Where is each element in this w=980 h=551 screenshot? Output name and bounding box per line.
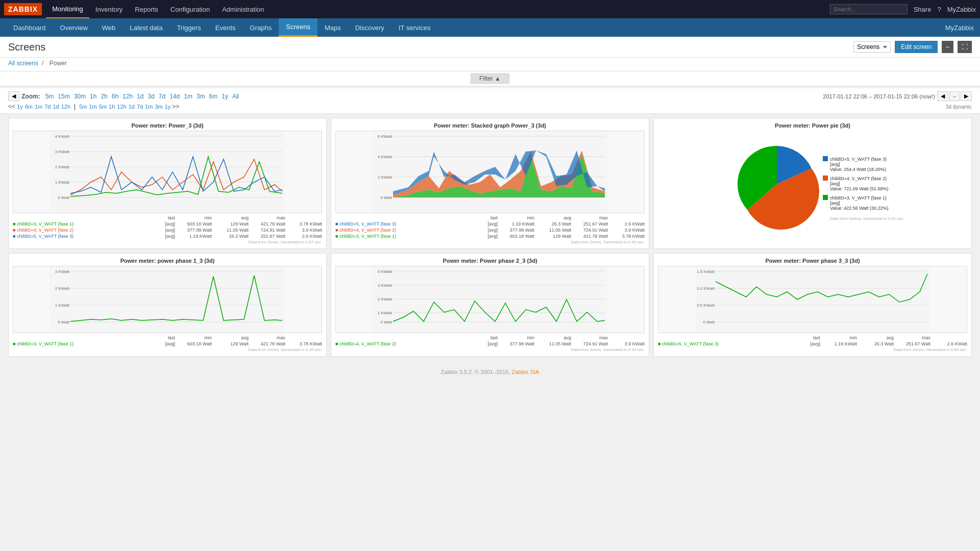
sub-navbar: Dashboard Overview Web Latest data Trigg… [0,18,980,37]
breadcrumb: All screens / Power [0,58,980,71]
svg-rect-36 [50,266,285,333]
chart-power3-svg: 4 KWatt 3 KWatt 2 KWatt 1 KWatt 0 Watt [13,131,322,213]
fullscreen-button[interactable]: ⛶ [958,41,972,53]
svg-text:1 KWatt: 1 KWatt [378,311,393,315]
sub-nav-discovery[interactable]: Discovery [348,18,391,37]
chart-stacked: Power meter: Stacked graph Power_3 (3d) … [331,118,649,249]
page-title: Screens [8,41,45,53]
time-nav-label: << [8,103,15,110]
time-1d-fwd[interactable]: 1d [129,104,135,110]
time-12h-fwd[interactable]: 12h [117,104,126,110]
logo[interactable]: ZABBIX [4,3,42,15]
svg-text:2 KWatt: 2 KWatt [55,165,70,169]
screens-dropdown[interactable]: Screens [853,41,891,53]
breadcrumb-separator: / [42,60,45,67]
zoom-3d[interactable]: 3d [148,93,154,100]
sub-nav-myzabbix[interactable]: MyZabbix [945,24,974,32]
sub-nav-screens[interactable]: Screens [279,18,317,37]
breadcrumb-current: Power [50,60,67,67]
zoom-6m[interactable]: 6m [209,93,218,100]
zoom-controls: ◀ Zoom: 5m 15m 30m 1h 2h 6h 12h 1d 3d 7d… [0,88,980,114]
svg-text:[avg]: [avg] [830,162,840,167]
zoom-15m[interactable]: 15m [58,93,69,100]
sub-nav-overview[interactable]: Overview [53,18,95,37]
time-12h-back[interactable]: 12h [61,104,70,110]
time-7d-back[interactable]: 7d [44,104,51,110]
time-6m[interactable]: 6m [25,104,33,110]
nav-inventory[interactable]: Inventory [89,0,129,18]
svg-text:1.0 KWatt: 1.0 KWatt [697,286,715,291]
time-1m-fwd3[interactable]: 1m [145,104,153,110]
period-label: 3d dynamic [946,104,972,110]
zoom-1y[interactable]: 1y [222,93,228,100]
time-3m-fwd[interactable]: 3m [155,104,162,110]
nav-reports[interactable]: Reports [129,0,164,18]
time-5m-fwd2[interactable]: 5m [99,104,107,110]
nav-monitoring[interactable]: Monitoring [46,0,89,18]
nav-help[interactable]: ? [937,6,941,13]
nav-administration[interactable]: Administration [216,0,270,18]
zoom-6h[interactable]: 6h [112,93,118,100]
zoom-5m[interactable]: 5m [45,93,54,100]
breadcrumb-all-screens[interactable]: All screens [8,60,38,67]
chart-power3-area[interactable]: 4 KWatt 3 KWatt 2 KWatt 1 KWatt 0 Watt [13,131,322,213]
chart-pie-title: Power meter: Power pie (3d) [658,122,967,129]
time-1d-back[interactable]: 1d [53,104,59,110]
time-7d-fwd[interactable]: 7d [137,104,143,110]
sub-nav-latest-data[interactable]: Latest data [122,18,169,37]
zoom-7d[interactable]: 7d [159,93,165,100]
sub-nav-maps[interactable]: Maps [317,18,348,37]
svg-text:3 KWatt: 3 KWatt [55,269,70,274]
svg-text:0 Watt: 0 Watt [380,195,393,200]
date-range: 2017-01-12 22:06 – 2017-01-15 22:06 (now… [823,93,935,99]
zoom-30m[interactable]: 30m [74,93,86,100]
time-1m-fwd[interactable]: 1m [89,104,96,110]
time-1m-back[interactable]: 1m [35,104,42,110]
edit-screen-button[interactable]: Edit screen [895,41,938,53]
time-1y-fwd[interactable]: 1y [165,104,171,110]
svg-text:1 KWatt: 1 KWatt [55,303,70,308]
chart-phase3-svg: 1.5 KWatt 1.0 KWatt 0.5 KWatt 0 Watt [658,266,967,333]
footer-link[interactable]: Zabbix SIA [512,369,540,375]
time-5m-fwd[interactable]: 5m [79,104,87,110]
zoom-all[interactable]: All [232,93,239,100]
minus-button[interactable]: – [942,41,953,53]
search-input[interactable] [830,4,908,14]
zoom-3m[interactable]: 3m [197,93,205,100]
svg-text:4 KWatt: 4 KWatt [378,269,393,274]
nav-dots-button[interactable]: ·· [949,91,960,101]
nav-next-button[interactable]: ▶ [961,91,972,101]
zoom-12h[interactable]: 12h [122,93,133,100]
sub-nav-graphs[interactable]: Graphs [243,18,279,37]
zoom-2h[interactable]: 2h [101,93,107,100]
zoom-1d[interactable]: 1d [137,93,143,100]
zoom-1h[interactable]: 1h [90,93,96,100]
nav-prev-button[interactable]: ◀ [937,91,948,101]
filter-bar: Filter ▲ [0,71,980,86]
sub-nav-events[interactable]: Events [208,18,243,37]
nav-share[interactable]: Share [914,6,932,13]
chart-stacked-area[interactable]: 6 KWatt 4 KWatt 2 KWatt 0 Watt [335,131,645,213]
chart-phase1-area[interactable]: 3 KWatt 2 KWatt 1 KWatt 0 Watt [13,266,322,333]
svg-text:2 KWatt: 2 KWatt [55,286,70,291]
sub-nav-it-services[interactable]: IT services [391,18,438,37]
svg-text:4 KWatt: 4 KWatt [378,155,393,159]
nav-left-button[interactable]: ◀ [8,91,19,101]
header-controls: Screens Edit screen – ⛶ [853,41,972,53]
sub-nav-dashboard[interactable]: Dashboard [6,18,53,37]
chart-phase3-area[interactable]: 1.5 KWatt 1.0 KWatt 0.5 KWatt 0 Watt [658,266,967,333]
sub-nav-web[interactable]: Web [95,18,123,37]
chart-phase2-area[interactable]: 4 KWatt 3 KWatt 2 KWatt 1 KWatt 0 Watt [335,266,645,333]
filter-button[interactable]: Filter ▲ [471,73,509,84]
nav-user[interactable]: MyZabbix [947,6,976,13]
nav-configuration[interactable]: Configuration [164,0,216,18]
time-1h-fwd[interactable]: 1h [109,104,115,110]
chart-pie-area[interactable]: childID=5, V_WATT (fase 3) [avg] Value: … [658,131,967,234]
zoom-1m[interactable]: 1m [184,93,192,100]
top-navbar: ZABBIX Monitoring Inventory Reports Conf… [0,0,980,18]
chart-stacked-legend: lastminavgmax ■ childID=5, V_WATT (fase … [335,215,645,244]
time-1y[interactable]: 1y [17,104,23,110]
zoom-14d[interactable]: 14d [169,93,180,100]
sub-nav-triggers[interactable]: Triggers [170,18,208,37]
nav-arrows-right: ◀ ·· ▶ [937,91,972,101]
